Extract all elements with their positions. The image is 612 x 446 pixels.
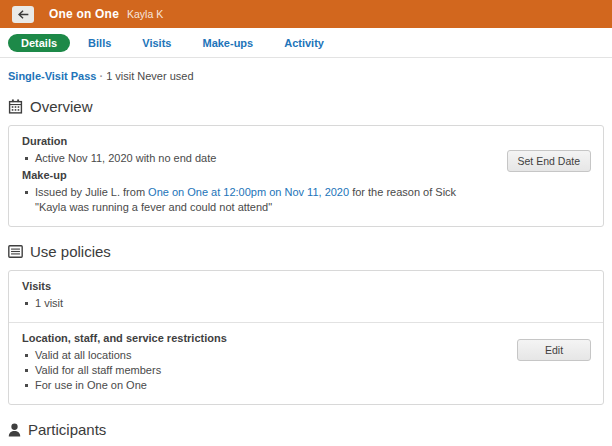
- app-header: One on One Kayla K: [0, 0, 612, 28]
- use-policies-card: Visits 1 visit Edit Location, staff, and…: [8, 270, 604, 405]
- participants-heading-label: Participants: [28, 421, 106, 438]
- overview-card-body: Set End Date Duration Active Nov 11, 202…: [9, 126, 603, 226]
- main-content: Single-Visit Pass·1 visit Never used Ove…: [0, 70, 612, 446]
- participants-heading: Participants: [8, 421, 604, 438]
- restrictions-section: Edit Location, staff, and service restri…: [9, 323, 603, 404]
- tab-makeups[interactable]: Make-ups: [189, 34, 266, 52]
- page-subtitle: Kayla K: [127, 8, 163, 20]
- tab-bar: Details Bills Visits Make-ups Activity: [0, 28, 612, 58]
- restriction-item: Valid at all locations: [22, 348, 590, 363]
- restriction-item: For use in One on One: [22, 378, 590, 393]
- makeup-visit-link[interactable]: One on One at 12:00pm on Nov 11, 2020: [148, 186, 349, 198]
- visits-section: Visits 1 visit: [9, 271, 603, 322]
- restriction-item: Valid for all staff members: [22, 363, 590, 378]
- duration-item: Active Nov 11, 2020 with no end date: [22, 151, 590, 166]
- duration-label: Duration: [22, 135, 590, 147]
- makeup-item: Issued by Julie L. from One on One at 12…: [22, 185, 490, 215]
- back-button[interactable]: [12, 6, 34, 23]
- visits-list: 1 visit: [22, 296, 590, 311]
- calendar-icon: [8, 99, 23, 114]
- use-policies-heading-label: Use policies: [30, 243, 111, 260]
- overview-card: Set End Date Duration Active Nov 11, 202…: [8, 125, 604, 227]
- pass-usage-text: 1 visit Never used: [106, 70, 193, 82]
- list-icon: [8, 245, 23, 258]
- restrictions-list: Valid at all locations Valid for all sta…: [22, 348, 590, 393]
- user-icon: [8, 423, 21, 437]
- tab-visits[interactable]: Visits: [129, 34, 184, 52]
- restrictions-label: Location, staff, and service restriction…: [22, 332, 590, 344]
- page-title: One on One: [49, 7, 119, 21]
- summary-separator: ·: [99, 70, 103, 82]
- arrow-left-icon: [18, 10, 29, 19]
- pass-type-link[interactable]: Single-Visit Pass: [8, 70, 96, 82]
- pass-summary: Single-Visit Pass·1 visit Never used: [8, 70, 604, 82]
- makeup-text-prefix: Issued by Julie L. from: [35, 186, 148, 198]
- duration-list: Active Nov 11, 2020 with no end date: [22, 151, 590, 166]
- visits-label: Visits: [22, 280, 590, 292]
- overview-heading: Overview: [8, 98, 604, 115]
- overview-heading-label: Overview: [30, 98, 93, 115]
- use-policies-heading: Use policies: [8, 243, 604, 260]
- tab-details[interactable]: Details: [8, 34, 70, 52]
- makeup-list: Issued by Julie L. from One on One at 12…: [22, 185, 590, 215]
- tab-activity[interactable]: Activity: [271, 34, 337, 52]
- makeup-label: Make-up: [22, 169, 590, 181]
- tab-bills[interactable]: Bills: [75, 34, 124, 52]
- visits-item: 1 visit: [22, 296, 590, 311]
